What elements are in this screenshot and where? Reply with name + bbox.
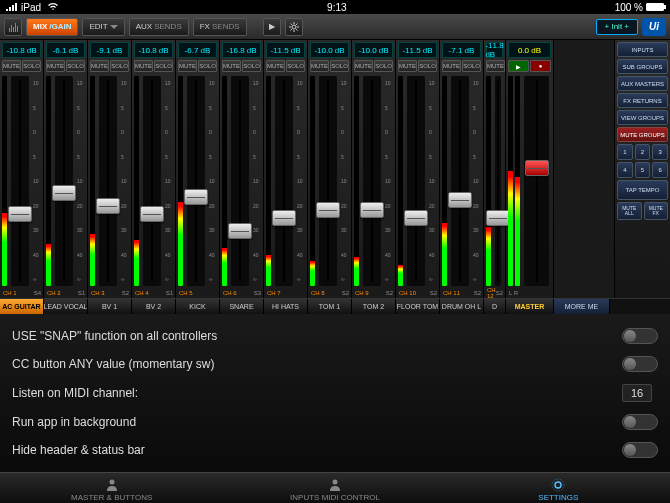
mute-group-1[interactable]: 1 [617,144,633,160]
solo-button[interactable]: SOLO [374,60,393,72]
solo-button[interactable]: SOLO [418,60,437,72]
mute-groups-button[interactable]: MUTE GROUPS [617,127,668,142]
fader-knob[interactable] [228,223,252,239]
tab-inputs-midi[interactable]: INPUTS MIDI CONTROL [223,473,446,503]
master-record-button[interactable]: ● [530,60,551,72]
aux-masters-button[interactable]: AUX MASTERS [617,76,668,91]
master-fader-knob[interactable] [525,160,549,176]
fader-knob[interactable] [184,189,208,205]
aux-sends-button[interactable]: AUXSENDS [129,18,189,36]
channel-label[interactable]: HI HATS [264,299,308,314]
fader-knob[interactable] [96,198,120,214]
solo-button[interactable]: SOLO [66,60,85,72]
mute-group-5[interactable]: 5 [635,162,651,178]
fader-track[interactable] [319,76,337,286]
channel-label[interactable]: TOM 1 [308,299,352,314]
master-play-button[interactable]: ▶ [508,60,529,72]
solo-button[interactable]: SOLO [462,60,481,72]
solo-button[interactable]: SOLO [286,60,305,72]
fader-knob[interactable] [8,206,32,222]
mute-button[interactable]: MUTE [398,60,417,72]
fader-knob[interactable] [404,210,428,226]
master-fader-track[interactable] [524,76,549,286]
sub-groups-button[interactable]: SUB GROUPS [617,59,668,74]
mute-button[interactable]: MUTE [354,60,373,72]
mute-button[interactable]: MUTE [2,60,21,72]
fx-returns-button[interactable]: FX RETURNS [617,93,668,108]
toggle-switch[interactable] [622,328,658,344]
solo-button[interactable]: SOLO [242,60,261,72]
solo-button[interactable]: SOLO [198,60,217,72]
fader-knob[interactable] [448,192,472,208]
fader-track[interactable] [143,76,161,286]
mute-button[interactable]: MUTE [486,60,505,72]
fader-knob[interactable] [140,206,164,222]
channel-label[interactable]: AC GUITAR [0,299,44,314]
fader-knob[interactable] [316,202,340,218]
edit-button[interactable]: EDIT [82,18,124,36]
toggle-switch[interactable] [622,414,658,430]
preset-display[interactable]: + Init + [596,19,638,35]
more-me-button[interactable]: MORE ME [554,299,610,314]
mute-button[interactable]: MUTE [310,60,329,72]
fader-track[interactable] [407,76,425,286]
fader-track[interactable] [99,76,117,286]
fader-knob[interactable] [52,185,76,201]
channel-label[interactable]: FLOOR TOM [396,299,440,314]
mute-group-2[interactable]: 2 [635,144,651,160]
mute-button[interactable]: MUTE [442,60,461,72]
fader-track[interactable] [231,76,249,286]
fader-knob[interactable] [272,210,296,226]
toggle-switch[interactable] [622,356,658,372]
mute-all-button[interactable]: MUTE ALL [617,202,642,220]
mute-button[interactable]: MUTE [266,60,285,72]
mute-button[interactable]: MUTE [178,60,197,72]
solo-button[interactable]: SOLO [22,60,41,72]
mute-button[interactable]: MUTE [90,60,109,72]
solo-button[interactable]: SOLO [154,60,173,72]
meters-icon-button[interactable] [4,18,22,36]
channel-label[interactable]: BV 1 [88,299,132,314]
solo-button[interactable]: SOLO [330,60,349,72]
tab-master-buttons[interactable]: MASTER & BUTTONS [0,473,223,503]
channel-label[interactable]: LEAD VOCAL [44,299,88,314]
settings-gear-button[interactable] [285,18,303,36]
play-button[interactable]: ▶ [263,18,281,36]
fader-track[interactable] [275,76,293,286]
value-field[interactable]: 16 [622,384,652,402]
fader-track[interactable] [11,76,29,286]
channel-id: CH 6S3 [220,288,263,298]
fader-track[interactable] [451,76,469,286]
channel-strip: -6.1 dBMUTESOLO1050510203040∞CH 2S1 [44,40,88,298]
fader-scale: 1050510203040∞ [429,76,437,286]
fader-knob[interactable] [360,202,384,218]
channel-label[interactable]: TOM 2 [352,299,396,314]
mute-group-3[interactable]: 3 [652,144,668,160]
channel-label[interactable]: KICK [176,299,220,314]
svg-point-0 [292,25,296,29]
channel-strip: -11.8 dBMUTESOLOCH 12S2 [484,40,506,298]
toggle-switch[interactable] [622,442,658,458]
mute-fx-button[interactable]: MUTE FX [644,202,669,220]
fader-track[interactable] [55,76,73,286]
fader-track[interactable] [495,76,501,286]
tap-tempo-button[interactable]: TAP TEMPO [617,180,668,200]
fx-sends-button[interactable]: FXSENDS [193,18,247,36]
channel-label[interactable]: BV 2 [132,299,176,314]
mute-button[interactable]: MUTE [134,60,153,72]
channel-label[interactable]: D [484,299,506,314]
mute-group-4[interactable]: 4 [617,162,633,178]
channel-label[interactable]: SNARE [220,299,264,314]
solo-button[interactable]: SOLO [110,60,129,72]
inputs-button[interactable]: INPUTS [617,42,668,57]
view-groups-button[interactable]: VIEW GROUPS [617,110,668,125]
mix-gain-button[interactable]: MIX/GAIN [26,18,78,36]
mute-group-6[interactable]: 6 [652,162,668,178]
channel-label[interactable]: DRUM OH L [440,299,484,314]
fader-track[interactable] [187,76,205,286]
master-label[interactable]: MASTER [506,299,554,314]
mute-button[interactable]: MUTE [222,60,241,72]
mute-button[interactable]: MUTE [46,60,65,72]
tab-settings[interactable]: SETTINGS [447,473,670,503]
fader-track[interactable] [363,76,381,286]
